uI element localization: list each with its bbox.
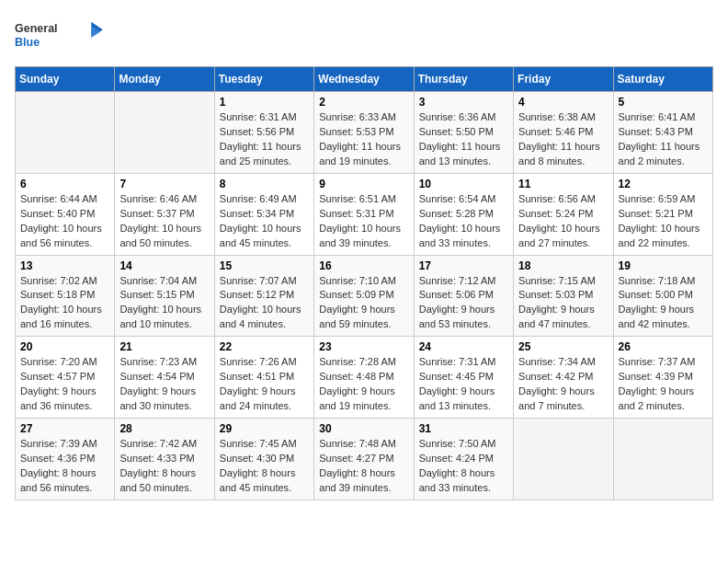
day-info: Sunrise: 6:49 AM Sunset: 5:34 PM Dayligh… xyxy=(220,192,309,251)
day-number: 12 xyxy=(619,178,708,190)
day-number: 8 xyxy=(220,178,309,190)
daylight: Daylight: 9 hours and 24 minutes. xyxy=(220,385,296,411)
day-info: Sunrise: 7:07 AM Sunset: 5:12 PM Dayligh… xyxy=(220,274,309,333)
sunset: Sunset: 4:48 PM xyxy=(319,371,393,382)
day-number: 18 xyxy=(518,259,608,272)
day-number: 4 xyxy=(518,96,608,109)
calendar-cell: 16 Sunrise: 7:10 AM Sunset: 5:09 PM Dayl… xyxy=(314,255,414,337)
daylight: Daylight: 10 hours and 10 minutes. xyxy=(119,304,201,329)
sunset: Sunset: 5:21 PM xyxy=(619,208,693,219)
day-info: Sunrise: 7:28 AM Sunset: 4:48 PM Dayligh… xyxy=(319,355,408,414)
calendar-cell xyxy=(613,419,712,500)
sunrise: Sunrise: 7:39 AM xyxy=(20,438,97,449)
day-number: 7 xyxy=(119,178,209,190)
daylight: Daylight: 11 hours and 25 minutes. xyxy=(220,141,301,167)
calendar-cell: 21 Sunrise: 7:23 AM Sunset: 4:54 PM Dayl… xyxy=(115,337,214,419)
day-number: 29 xyxy=(220,422,309,435)
sunrise: Sunrise: 6:51 AM xyxy=(319,193,396,204)
day-info: Sunrise: 7:23 AM Sunset: 4:54 PM Dayligh… xyxy=(119,355,209,414)
sunrise: Sunrise: 7:02 AM xyxy=(20,275,97,286)
day-number: 23 xyxy=(319,340,408,353)
day-number: 11 xyxy=(518,178,608,190)
daylight: Daylight: 11 hours and 2 minutes. xyxy=(619,141,700,167)
calendar-cell xyxy=(514,419,613,500)
sunset: Sunset: 4:30 PM xyxy=(220,453,294,464)
day-number: 1 xyxy=(220,96,309,109)
day-number: 2 xyxy=(319,96,408,109)
day-info: Sunrise: 7:18 AM Sunset: 5:00 PM Dayligh… xyxy=(619,274,708,333)
day-number: 28 xyxy=(119,422,209,435)
day-info: Sunrise: 7:04 AM Sunset: 5:15 PM Dayligh… xyxy=(119,274,209,333)
sunrise: Sunrise: 6:38 AM xyxy=(518,111,596,122)
sunset: Sunset: 4:57 PM xyxy=(20,371,95,382)
sunset: Sunset: 5:00 PM xyxy=(619,289,693,300)
calendar-cell: 1 Sunrise: 6:31 AM Sunset: 5:56 PM Dayli… xyxy=(214,92,313,174)
day-info: Sunrise: 6:54 AM Sunset: 5:28 PM Dayligh… xyxy=(419,192,508,251)
day-number: 9 xyxy=(319,178,408,190)
calendar-cell: 31 Sunrise: 7:50 AM Sunset: 4:24 PM Dayl… xyxy=(414,419,513,500)
sunset: Sunset: 5:40 PM xyxy=(20,208,95,219)
day-number: 20 xyxy=(20,340,109,353)
sunrise: Sunrise: 7:45 AM xyxy=(220,438,297,449)
day-info: Sunrise: 6:59 AM Sunset: 5:21 PM Dayligh… xyxy=(619,192,708,251)
calendar-week-4: 27 Sunrise: 7:39 AM Sunset: 4:36 PM Dayl… xyxy=(16,419,713,500)
calendar-cell xyxy=(115,92,214,174)
daylight: Daylight: 10 hours and 33 minutes. xyxy=(419,223,501,248)
sunset: Sunset: 5:34 PM xyxy=(220,208,294,219)
logo-icon: General Blue xyxy=(15,15,107,55)
calendar-cell: 8 Sunrise: 6:49 AM Sunset: 5:34 PM Dayli… xyxy=(214,173,313,255)
day-number: 22 xyxy=(220,340,309,353)
sunset: Sunset: 5:18 PM xyxy=(20,289,95,300)
calendar-cell: 10 Sunrise: 6:54 AM Sunset: 5:28 PM Dayl… xyxy=(414,173,513,255)
calendar-cell: 26 Sunrise: 7:37 AM Sunset: 4:39 PM Dayl… xyxy=(613,337,712,419)
daylight: Daylight: 9 hours and 7 minutes. xyxy=(518,385,595,411)
calendar-cell: 11 Sunrise: 6:56 AM Sunset: 5:24 PM Dayl… xyxy=(514,173,613,255)
sunrise: Sunrise: 7:23 AM xyxy=(119,356,197,367)
header-sunday: Sunday xyxy=(16,67,115,92)
sunset: Sunset: 4:51 PM xyxy=(220,371,294,382)
calendar-cell: 15 Sunrise: 7:07 AM Sunset: 5:12 PM Dayl… xyxy=(214,255,313,337)
day-number: 19 xyxy=(619,259,708,272)
calendar-cell: 7 Sunrise: 6:46 AM Sunset: 5:37 PM Dayli… xyxy=(115,173,214,255)
day-info: Sunrise: 6:44 AM Sunset: 5:40 PM Dayligh… xyxy=(20,192,109,251)
day-info: Sunrise: 6:36 AM Sunset: 5:50 PM Dayligh… xyxy=(419,110,508,169)
sunset: Sunset: 5:46 PM xyxy=(518,126,593,137)
sunrise: Sunrise: 6:36 AM xyxy=(419,111,496,122)
day-number: 26 xyxy=(619,340,708,353)
sunset: Sunset: 5:53 PM xyxy=(319,126,393,137)
sunrise: Sunrise: 6:33 AM xyxy=(319,111,396,122)
day-info: Sunrise: 7:42 AM Sunset: 4:33 PM Dayligh… xyxy=(119,437,209,496)
day-number: 16 xyxy=(319,259,408,272)
calendar-week-1: 6 Sunrise: 6:44 AM Sunset: 5:40 PM Dayli… xyxy=(16,173,713,255)
day-info: Sunrise: 7:50 AM Sunset: 4:24 PM Dayligh… xyxy=(419,437,508,496)
sunrise: Sunrise: 6:41 AM xyxy=(619,111,696,122)
calendar-cell: 24 Sunrise: 7:31 AM Sunset: 4:45 PM Dayl… xyxy=(414,337,513,419)
sunrise: Sunrise: 7:04 AM xyxy=(119,275,197,286)
sunset: Sunset: 5:56 PM xyxy=(220,126,294,137)
daylight: Daylight: 8 hours and 56 minutes. xyxy=(20,467,97,493)
calendar-cell: 4 Sunrise: 6:38 AM Sunset: 5:46 PM Dayli… xyxy=(514,92,613,174)
sunset: Sunset: 5:31 PM xyxy=(319,208,393,219)
calendar-cell: 13 Sunrise: 7:02 AM Sunset: 5:18 PM Dayl… xyxy=(16,255,115,337)
header-friday: Friday xyxy=(514,67,613,92)
sunset: Sunset: 4:45 PM xyxy=(419,371,494,382)
sunset: Sunset: 5:03 PM xyxy=(518,289,593,300)
calendar-table: SundayMondayTuesdayWednesdayThursdayFrid… xyxy=(15,66,713,500)
sunrise: Sunrise: 6:54 AM xyxy=(419,193,496,204)
sunset: Sunset: 5:09 PM xyxy=(319,289,393,300)
sunset: Sunset: 5:15 PM xyxy=(119,289,194,300)
sunset: Sunset: 5:06 PM xyxy=(419,289,494,300)
sunrise: Sunrise: 7:48 AM xyxy=(319,438,396,449)
sunset: Sunset: 5:24 PM xyxy=(518,208,593,219)
sunrise: Sunrise: 7:26 AM xyxy=(220,356,297,367)
sunrise: Sunrise: 6:46 AM xyxy=(119,193,197,204)
daylight: Daylight: 9 hours and 19 minutes. xyxy=(319,385,395,411)
calendar-week-3: 20 Sunrise: 7:20 AM Sunset: 4:57 PM Dayl… xyxy=(16,337,713,419)
daylight: Daylight: 10 hours and 4 minutes. xyxy=(220,304,301,329)
daylight: Daylight: 9 hours and 53 minutes. xyxy=(419,304,495,329)
daylight: Daylight: 10 hours and 27 minutes. xyxy=(518,223,600,248)
day-number: 27 xyxy=(20,422,109,435)
day-info: Sunrise: 6:31 AM Sunset: 5:56 PM Dayligh… xyxy=(220,110,309,169)
day-number: 17 xyxy=(419,259,508,272)
daylight: Daylight: 10 hours and 56 minutes. xyxy=(20,223,102,248)
